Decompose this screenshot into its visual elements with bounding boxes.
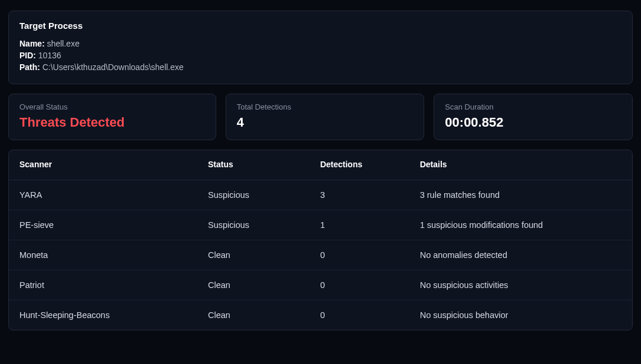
scanner-name: PE-sieve	[9, 210, 202, 240]
scanner-detections: 1	[314, 210, 414, 240]
header-scanner: Scanner	[9, 150, 202, 180]
scan-duration-value: 00:00.852	[445, 115, 622, 130]
scan-duration-label: Scan Duration	[445, 102, 622, 111]
table-row: PE-sieveSuspicious11 suspicious modifica…	[9, 210, 632, 240]
total-detections-value: 4	[237, 115, 414, 130]
target-name-label: Name:	[19, 39, 45, 48]
overall-status-label: Overall Status	[19, 102, 205, 111]
target-process-title: Target Process	[19, 21, 622, 31]
scanner-table-panel: Scanner Status Detections Details YARASu…	[8, 150, 633, 330]
target-path-line: Path: C:\Users\kthuzad\Downloads\shell.e…	[19, 62, 622, 72]
scanner-name: YARA	[9, 180, 202, 210]
header-detections: Detections	[314, 150, 414, 180]
scanner-name: Hunt-Sleeping-Beacons	[9, 300, 202, 330]
total-detections-label: Total Detections	[237, 102, 414, 111]
scanner-name: Patriot	[9, 270, 202, 300]
table-row: Hunt-Sleeping-BeaconsClean0No suspicious…	[9, 300, 632, 330]
scanner-status: Clean	[202, 270, 314, 300]
header-status: Status	[202, 150, 314, 180]
target-name-value: shell.exe	[47, 39, 80, 48]
scanner-status: Suspicious	[202, 180, 314, 210]
scanner-status: Suspicious	[202, 210, 314, 240]
scanner-details: No suspicious behavior	[414, 300, 632, 330]
scan-duration-card: Scan Duration 00:00.852	[434, 94, 633, 140]
scanner-details: No suspicious activities	[414, 270, 632, 300]
header-details: Details	[414, 150, 632, 180]
scanner-detections: 0	[314, 270, 414, 300]
scanner-details: 1 suspicious modifications found	[414, 210, 632, 240]
scanner-name: Moneta	[9, 240, 202, 270]
scanner-details: No anomalies detected	[414, 240, 632, 270]
target-process-panel: Target Process Name: shell.exe PID: 1013…	[8, 11, 633, 84]
overall-status-value: Threats Detected	[19, 115, 205, 130]
target-path-value: C:\Users\kthuzad\Downloads\shell.exe	[42, 62, 184, 72]
table-row: MonetaClean0No anomalies detected	[9, 240, 632, 270]
target-path-label: Path:	[19, 62, 40, 72]
scanner-detections: 0	[314, 240, 414, 270]
total-detections-card: Total Detections 4	[226, 94, 425, 140]
table-row: YARASuspicious33 rule matches found	[9, 180, 632, 210]
scanner-status: Clean	[202, 300, 314, 330]
summary-row: Overall Status Threats Detected Total De…	[8, 94, 633, 140]
scanner-detections: 0	[314, 300, 414, 330]
scanner-table: Scanner Status Detections Details YARASu…	[9, 150, 632, 330]
scanner-table-header-row: Scanner Status Detections Details	[9, 150, 632, 180]
overall-status-card: Overall Status Threats Detected	[8, 94, 216, 140]
scanner-status: Clean	[202, 240, 314, 270]
table-row: PatriotClean0No suspicious activities	[9, 270, 632, 300]
target-name-line: Name: shell.exe	[19, 39, 622, 48]
target-pid-value: 10136	[38, 51, 61, 60]
target-pid-line: PID: 10136	[19, 51, 622, 60]
scanner-details: 3 rule matches found	[414, 180, 632, 210]
target-pid-label: PID:	[19, 51, 36, 60]
scanner-detections: 3	[314, 180, 414, 210]
